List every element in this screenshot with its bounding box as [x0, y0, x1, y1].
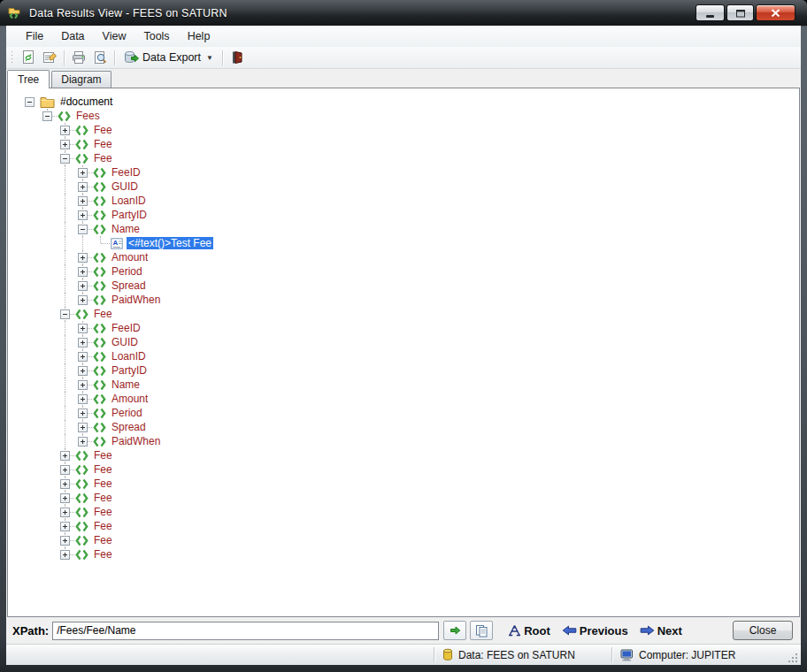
collapse-toggle[interactable] [60, 154, 70, 164]
tree-guide [57, 434, 74, 448]
tree-node-label[interactable]: <#text()>Test Fee [127, 237, 213, 249]
print-button[interactable] [69, 49, 88, 66]
menu-tools[interactable]: Tools [134, 26, 178, 47]
root-button[interactable]: Root [508, 624, 550, 638]
xpath-input[interactable] [52, 622, 439, 640]
menu-help[interactable]: Help [179, 26, 219, 47]
expand-toggle[interactable] [78, 168, 88, 178]
tree-node-row: PaidWhen [21, 434, 799, 448]
print-preview-button[interactable] [90, 49, 110, 66]
element-icon [93, 351, 106, 363]
expand-toggle[interactable] [60, 508, 70, 517]
tree-node-label[interactable]: Fee [92, 477, 114, 490]
tree-node-row: Fee [21, 123, 799, 137]
tree-node-label[interactable]: Fee [92, 308, 114, 320]
tree-node-label[interactable]: Name [110, 378, 142, 391]
menu-view[interactable]: View [94, 26, 135, 47]
tree-node-label[interactable]: FeeID [110, 166, 142, 179]
tree-node-label[interactable]: GUID [110, 336, 140, 348]
expand-toggle[interactable] [60, 536, 70, 546]
expand-toggle[interactable] [78, 182, 88, 192]
tree-node-label[interactable]: Spread [110, 279, 148, 292]
collapse-toggle[interactable] [60, 309, 70, 319]
tree-node-label[interactable]: Fee [92, 492, 114, 504]
tree-node-label[interactable]: Fee [92, 449, 114, 462]
menu-file[interactable]: File [17, 26, 52, 47]
expand-toggle[interactable] [60, 465, 70, 475]
tree-node-label[interactable]: PaidWhen [110, 294, 162, 306]
expand-toggle[interactable] [78, 196, 88, 206]
expand-toggle[interactable] [60, 140, 70, 149]
maximize-button[interactable] [726, 4, 754, 21]
tree-node-label[interactable]: Fee [92, 534, 114, 546]
expand-toggle[interactable] [60, 126, 70, 135]
titlebar[interactable]: Data Results View - FEES on SATURN [0, 0, 807, 26]
expand-toggle[interactable] [78, 380, 88, 390]
resize-grip[interactable] [788, 653, 798, 663]
tree-guide [57, 420, 74, 434]
tree-node-label[interactable]: FeeID [110, 322, 142, 334]
menu-data[interactable]: Data [52, 26, 93, 47]
expand-toggle[interactable] [60, 451, 70, 461]
status-computer-label: Computer: JUPITER [639, 649, 735, 661]
expand-toggle[interactable] [78, 423, 88, 432]
tree-node-label[interactable]: Fee [92, 124, 114, 136]
tree-node-label[interactable]: Amount [110, 393, 150, 405]
collapse-toggle[interactable] [78, 225, 88, 234]
expand-toggle[interactable] [78, 437, 88, 447]
properties-button[interactable] [40, 49, 59, 66]
next-button[interactable]: Next [640, 624, 682, 638]
minimize-button[interactable] [696, 4, 725, 21]
tree-node-label[interactable]: Fee [92, 506, 114, 518]
expand-toggle[interactable] [78, 295, 88, 305]
tree-node-label[interactable]: Spread [110, 421, 148, 433]
toolbar-grip[interactable] [11, 50, 14, 65]
expand-toggle[interactable] [60, 522, 70, 531]
tree-node-label[interactable]: Fee [92, 152, 114, 164]
tree-node-row: Name [21, 378, 799, 392]
tree-node-label[interactable]: GUID [110, 180, 140, 193]
expand-toggle[interactable] [78, 281, 88, 291]
previous-button[interactable]: Previous [562, 624, 628, 638]
tab-diagram[interactable]: Diagram [51, 71, 111, 88]
close-window-button[interactable] [756, 4, 795, 21]
tree-node-label[interactable]: Fee [92, 548, 114, 561]
tree-node-label[interactable]: Fee [92, 520, 114, 532]
tree-node-label[interactable]: PartyID [110, 209, 149, 221]
expand-toggle[interactable] [78, 210, 88, 220]
tree-node-label[interactable]: Period [110, 407, 144, 419]
refresh-button[interactable] [19, 49, 38, 66]
tab-tree[interactable]: Tree [7, 70, 50, 88]
tree-node-label[interactable]: Period [110, 265, 144, 278]
expand-toggle[interactable] [78, 324, 88, 333]
tree-guide [39, 533, 57, 547]
xpath-go-button[interactable] [443, 621, 466, 640]
expand-toggle[interactable] [78, 394, 88, 404]
tree-node-label[interactable]: Fee [92, 138, 114, 150]
expand-toggle[interactable] [60, 550, 70, 560]
expand-toggle[interactable] [78, 338, 88, 347]
element-icon [93, 181, 106, 193]
expand-toggle[interactable] [78, 267, 88, 277]
collapse-toggle[interactable] [42, 111, 52, 121]
tree-node-label[interactable]: PaidWhen [110, 435, 162, 447]
tree-node-label[interactable]: LoanID [110, 195, 148, 207]
exit-button[interactable] [227, 49, 247, 66]
close-button[interactable]: Close [733, 621, 793, 640]
data-export-button[interactable]: Data Export ▼ [119, 49, 218, 66]
expand-toggle[interactable] [78, 409, 88, 418]
tree-node-label[interactable]: Fee [92, 463, 114, 476]
tree-node-label[interactable]: #document [58, 95, 114, 108]
expand-toggle[interactable] [60, 493, 70, 503]
tree-node-label[interactable]: Name [110, 223, 142, 235]
expand-toggle[interactable] [78, 253, 88, 263]
expand-toggle[interactable] [78, 366, 88, 376]
collapse-toggle[interactable] [25, 97, 35, 107]
tree-node-label[interactable]: PartyID [110, 364, 149, 377]
tree-node-label[interactable]: LoanID [110, 350, 148, 363]
tree-node-label[interactable]: Fees [74, 110, 102, 122]
expand-toggle[interactable] [60, 479, 70, 489]
copy-xpath-button[interactable] [470, 621, 493, 640]
tree-node-label[interactable]: Amount [110, 251, 150, 263]
expand-toggle[interactable] [78, 352, 88, 362]
